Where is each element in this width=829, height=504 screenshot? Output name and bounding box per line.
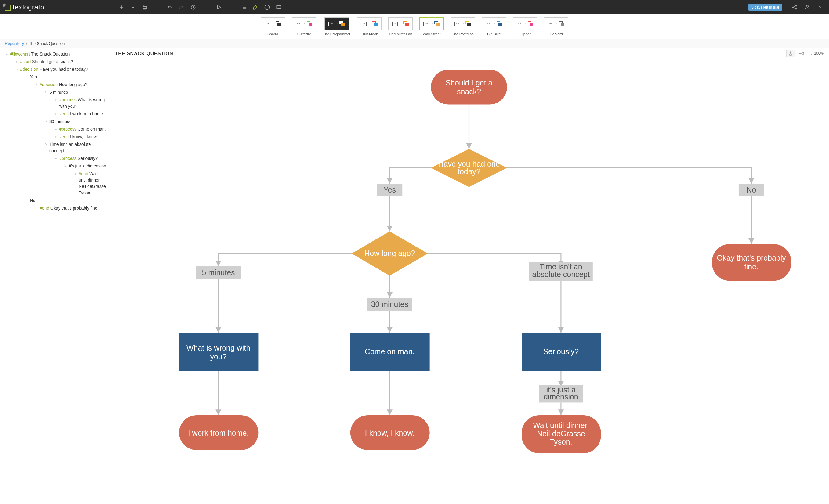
theme-thumb: Aa→ — [324, 17, 349, 30]
breadcrumb: Repository › The Snack Question — [0, 39, 829, 48]
layout-vertical-button[interactable] — [786, 50, 795, 57]
svg-text:5 minutes: 5 minutes — [202, 268, 235, 277]
tree-row[interactable]: #flowchart The Snack Question — [0, 50, 109, 58]
branch-icon — [25, 198, 29, 203]
tree-text: #flowchart The Snack Question — [10, 51, 70, 57]
node-icon — [54, 134, 58, 139]
highlight-button[interactable] — [250, 2, 261, 12]
svg-point-4 — [795, 8, 796, 9]
share-button[interactable] — [789, 2, 800, 12]
svg-point-10 — [799, 53, 801, 54]
list-button[interactable] — [239, 2, 249, 12]
tree-text: it's just a dimension — [69, 163, 106, 169]
download-button[interactable] — [128, 2, 138, 12]
tree-row[interactable]: #decision Have you had one today? — [0, 66, 109, 73]
tree-row[interactable]: #end Wait until dinner, Neil deGrasse Ty… — [0, 170, 109, 197]
theme-item[interactable]: Aa→Fruit Moon — [357, 17, 382, 36]
flowchart: Should I get asnack? Have you had onetod… — [109, 60, 829, 504]
theme-thumb: Aa→ — [420, 17, 444, 30]
theme-item[interactable]: Aa→Harvard — [544, 17, 568, 36]
layout-horizontal-button[interactable] — [797, 50, 806, 57]
theme-item[interactable]: Aa→Flipper — [513, 17, 537, 36]
theme-item[interactable]: Aa→Wall Street — [420, 17, 444, 36]
outline-panel[interactable]: #flowchart The Snack Question#start Shou… — [0, 48, 109, 504]
main: #flowchart The Snack Question#start Shou… — [0, 48, 829, 504]
zoom-level[interactable]: 100% — [808, 51, 825, 55]
play-button[interactable] — [213, 2, 224, 12]
svg-text:Come on man.: Come on man. — [365, 347, 415, 356]
breadcrumb-sep: › — [26, 41, 27, 46]
theme-thumb: Aa→ — [513, 17, 537, 30]
tree-row[interactable]: No — [0, 197, 109, 204]
breadcrumb-current: The Snack Question — [29, 41, 65, 46]
tree-text: #process What is wrong with you? — [59, 97, 106, 110]
tree-row[interactable]: #process Come on man. — [0, 125, 109, 133]
print-button[interactable] — [140, 2, 150, 12]
tree-row[interactable]: #end I work from home. — [0, 110, 109, 118]
svg-point-5 — [806, 5, 808, 7]
theme-item[interactable]: Aa→Computer Lab — [388, 17, 413, 36]
theme-item[interactable]: Aa→Sparta — [261, 17, 285, 36]
node-icon — [54, 98, 58, 102]
theme-row: Aa→SpartaAa→ButterflyAa→The ProgrammerAa… — [0, 14, 829, 39]
tree-row[interactable]: #end Okay that's probably fine. — [0, 204, 109, 212]
redo-button[interactable] — [176, 2, 187, 12]
theme-label: The Programmer — [323, 32, 351, 36]
new-button[interactable] — [116, 2, 127, 12]
theme-item[interactable]: Aa→Big Blue — [482, 17, 506, 36]
tree-text: 30 minutes — [49, 118, 70, 125]
history-button[interactable] — [188, 2, 199, 12]
tree-row[interactable]: #process Seriously? — [0, 155, 109, 162]
tree-text: #process Come on man. — [59, 126, 106, 132]
tree-text: #decision Have you had one today? — [20, 66, 88, 73]
tree-row[interactable]: #start Should I get a snack? — [0, 58, 109, 66]
tree-row[interactable]: 5 minutes — [0, 88, 109, 96]
divider — [206, 4, 206, 11]
node-icon — [15, 60, 19, 64]
tree-row[interactable]: it's just a dimension — [0, 162, 109, 170]
tree-row[interactable]: #decision How long ago? — [0, 81, 109, 88]
logo[interactable]: textografo — [4, 3, 44, 11]
breadcrumb-root[interactable]: Repository — [5, 41, 24, 46]
svg-rect-11 — [802, 52, 804, 54]
tree-row[interactable]: 30 minutes — [0, 118, 109, 125]
theme-thumb: Aa→ — [544, 17, 568, 30]
svg-text:30 minutes: 30 minutes — [371, 300, 408, 308]
svg-text:I work from home.: I work from home. — [188, 429, 249, 437]
tree-row[interactable]: #end I know, I know. — [0, 133, 109, 141]
svg-rect-8 — [790, 54, 791, 55]
theme-item[interactable]: Aa→Butterfly — [292, 17, 316, 36]
info-button[interactable] — [262, 2, 272, 12]
theme-label: Butterfly — [297, 32, 311, 36]
theme-label: Flipper — [519, 32, 531, 36]
theme-item[interactable]: Aa→The Postman — [450, 17, 475, 36]
tree-text: #end Wait until dinner, Neil deGrasse Ty… — [79, 170, 106, 196]
undo-button[interactable] — [165, 2, 175, 12]
node-icon — [15, 67, 19, 72]
theme-label: Fruit Moon — [361, 32, 378, 36]
tree-text: #end I work from home. — [59, 111, 104, 117]
svg-point-2 — [792, 7, 793, 8]
tree-text: No — [30, 197, 35, 204]
tree-text: #decision How long ago? — [40, 81, 87, 88]
node-icon — [54, 127, 58, 131]
canvas[interactable]: THE SNACK QUESTION 100% — [109, 48, 829, 504]
user-button[interactable] — [802, 2, 813, 12]
help-button[interactable]: ? — [815, 2, 825, 12]
divider — [157, 4, 157, 11]
tree-row[interactable]: Yes — [0, 73, 109, 81]
comment-button[interactable] — [274, 2, 284, 12]
theme-item[interactable]: Aa→The Programmer — [323, 17, 351, 36]
logo-text: textografo — [13, 3, 44, 11]
tree-text: #process Seriously? — [59, 155, 98, 162]
tree-text: Yes — [30, 74, 37, 80]
node-icon — [73, 171, 77, 176]
theme-thumb: Aa→ — [357, 17, 382, 30]
trial-badge[interactable]: 5 days left in trial — [748, 4, 782, 11]
tree-row[interactable]: Time isn't an absolute concept — [0, 141, 109, 155]
theme-label: Big Blue — [487, 32, 501, 36]
theme-label: The Postman — [452, 32, 474, 36]
tree-row[interactable]: #process What is wrong with you? — [0, 96, 109, 110]
branch-icon — [44, 142, 48, 147]
tree-text: #start Should I get a snack? — [20, 59, 73, 65]
